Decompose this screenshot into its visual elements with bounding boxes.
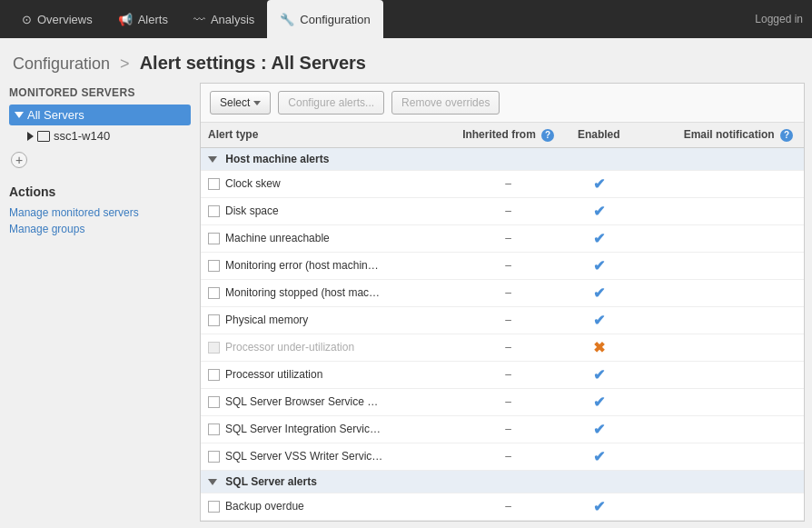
content-area: Select Configure alerts... Remove overri… [200,83,805,522]
sidebar-item-ssc1-w140[interactable]: ssc1-w140 [9,125,191,146]
alert-checkbox[interactable] [208,451,220,463]
alert-label: SQL Server VSS Writer Servic… [225,450,382,463]
inherited-cell: – [454,493,563,520]
enabled-check-icon: ✔ [593,258,605,274]
chart-icon: 〰 [193,13,205,26]
inherited-cell: – [454,361,563,388]
remove-overrides-button[interactable]: Remove overrides [391,91,500,115]
email-cell [635,170,804,197]
group-label: Host machine alerts [225,153,329,165]
inherited-cell: – [454,170,563,197]
sidebar: Monitored servers All Servers ssc1-w140 … [0,83,200,522]
inherited-cell: – [454,224,563,252]
table-row: SQL Server Browser Service … – ✔ [201,388,804,415]
monitor-icon: ⊙ [22,13,32,26]
enabled-cell: ✔ [562,361,635,388]
inherited-dash: – [505,500,511,513]
alert-name-cell: Disk space [208,204,447,217]
inherited-dash: – [505,341,511,354]
sidebar-item-all-servers[interactable]: All Servers [9,105,191,125]
alert-checkbox[interactable] [208,287,220,299]
enabled-check-icon: ✔ [593,204,605,219]
col-enabled: Enabled [562,123,635,147]
inherited-cell: – [454,306,563,334]
configure-alerts-button[interactable]: Configure alerts... [278,91,384,115]
alert-checkbox[interactable] [208,369,220,381]
group-header-sql-server-alerts: SQL Server alerts [201,470,804,493]
inherited-dash: – [505,204,511,217]
alert-label: Processor utilization [225,368,322,381]
enabled-cell: ✔ [562,493,635,520]
bell-icon: 📢 [118,13,133,26]
table-row: SQL Server VSS Writer Servic… – ✔ [201,443,804,470]
email-cell [635,361,804,388]
alert-label: Monitoring error (host machin… [225,259,379,272]
enabled-cross-icon: ✖ [593,340,605,355]
col-alert-type: Alert type [201,123,454,147]
manage-monitored-servers-link[interactable]: Manage monitored servers [9,206,191,219]
alert-label: Processor under-utilization [225,341,354,354]
breadcrumb-separator: > [120,55,130,73]
alert-name-cell: Machine unreachable [208,232,447,244]
alert-checkbox[interactable] [208,260,220,272]
top-navigation: ⊙ Overviews 📢 Alerts 〰 Analysis 🔧 Config… [0,0,812,38]
server-icon [37,131,50,142]
enabled-check-icon: ✔ [593,367,605,383]
enabled-check-icon: ✔ [593,449,605,464]
inherited-dash: – [505,177,511,190]
enabled-check-icon: ✔ [593,394,605,410]
manage-groups-link[interactable]: Manage groups [9,223,191,235]
alert-checkbox[interactable] [208,501,220,513]
inherited-cell: – [454,415,563,443]
toolbar: Select Configure alerts... Remove overri… [201,84,804,123]
enabled-cell: ✔ [562,388,635,415]
alert-checkbox[interactable] [208,396,220,408]
email-notification-help-icon[interactable]: ? [780,129,793,142]
inherited-cell: – [454,252,563,279]
email-cell [635,279,804,306]
group-collapse-icon[interactable] [208,156,217,163]
select-button[interactable]: Select [210,91,271,115]
alert-label: Physical memory [225,314,308,326]
enabled-check-icon: ✔ [593,231,605,246]
enabled-cell: ✔ [562,224,635,252]
alert-checkbox[interactable] [208,205,220,217]
alert-name-cell: Processor under-utilization [208,341,447,354]
alert-checkbox[interactable] [208,423,220,435]
alert-checkbox[interactable] [208,314,220,326]
table-row: SQL Server Integration Servic… – ✔ [201,415,804,443]
enabled-cell: ✔ [562,415,635,443]
alert-table: Alert type Inherited from ? Enabled Emai… [201,123,804,521]
group-collapse-icon[interactable] [208,479,217,485]
inherited-from-help-icon[interactable]: ? [541,129,554,142]
server-label: ssc1-w140 [54,129,110,143]
alert-name-cell: SQL Server Integration Servic… [208,423,447,435]
alert-name-cell: SQL Server VSS Writer Servic… [208,450,447,463]
nav-item-analysis[interactable]: 〰 Analysis [181,0,267,38]
nav-item-configuration[interactable]: 🔧 Configuration [267,0,382,38]
alert-checkbox[interactable] [208,233,220,244]
inherited-dash: – [505,259,511,272]
inherited-cell: – [454,443,563,470]
alert-label: Backup overdue [225,500,304,513]
enabled-check-icon: ✔ [593,176,605,192]
enabled-cell: ✖ [562,334,635,361]
alert-name-cell: Monitoring error (host machin… [208,259,447,272]
enabled-cell: ✔ [562,170,635,197]
email-cell [635,334,804,361]
enabled-cell: ✔ [562,197,635,224]
alert-checkbox[interactable] [208,178,220,190]
add-server-button[interactable]: + [11,152,27,168]
table-row: Machine unreachable – ✔ [201,224,804,252]
email-cell [635,443,804,470]
table-row: Disk space – ✔ [201,197,804,224]
enabled-cell: ✔ [562,443,635,470]
nav-item-overviews[interactable]: ⊙ Overviews [9,0,105,38]
inherited-dash: – [505,314,511,326]
alert-checkbox[interactable] [208,342,220,354]
actions-section: Actions Manage monitored servers Manage … [9,184,191,235]
nav-item-alerts[interactable]: 📢 Alerts [105,0,181,38]
enabled-cell: ✔ [562,279,635,306]
alert-label: Machine unreachable [225,232,330,244]
inherited-cell: – [454,334,563,361]
